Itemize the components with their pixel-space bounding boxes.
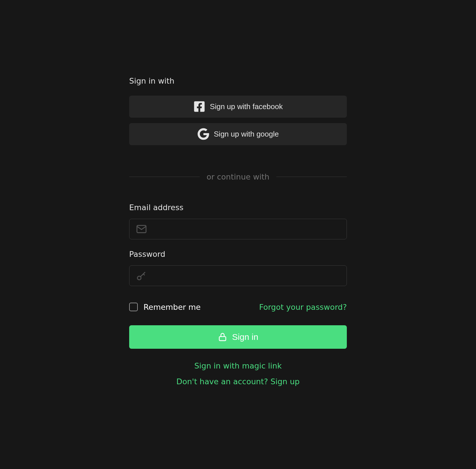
facebook-icon [193,100,205,113]
signup-link[interactable]: Don't have an account? Sign up [129,377,347,386]
facebook-button-label: Sign up with facebook [210,102,283,111]
divider-text: or continue with [200,172,276,181]
divider: or continue with [129,172,347,181]
remember-forgot-row: Remember me Forgot your password? [129,303,347,312]
mail-icon [136,224,147,234]
password-label: Password [129,250,347,259]
password-input-wrapper [129,265,347,286]
remember-checkbox[interactable] [129,303,138,311]
key-icon [136,270,147,281]
email-label: Email address [129,203,347,212]
email-input-wrapper [129,219,347,239]
google-icon [197,128,209,140]
divider-line-right [276,177,347,177]
signin-form: Sign in with Sign up with facebook Sign … [129,65,347,404]
signin-button-label: Sign in [232,332,258,342]
google-signin-button[interactable]: Sign up with google [129,123,347,145]
remember-me-wrapper: Remember me [129,303,201,312]
svg-point-1 [137,276,141,280]
password-input[interactable] [129,265,347,286]
signin-button[interactable]: Sign in [129,325,347,349]
lock-icon [218,332,227,342]
google-button-label: Sign up with google [214,130,279,139]
divider-line-left [129,177,200,177]
remember-label[interactable]: Remember me [143,303,201,312]
email-input[interactable] [129,219,347,239]
facebook-signin-button[interactable]: Sign up with facebook [129,96,347,118]
signin-heading: Sign in with [129,76,347,85]
svg-line-3 [143,274,145,275]
svg-rect-4 [219,336,226,340]
svg-line-2 [141,272,145,277]
forgot-password-link[interactable]: Forgot your password? [259,303,347,312]
magic-link[interactable]: Sign in with magic link [129,361,347,370]
